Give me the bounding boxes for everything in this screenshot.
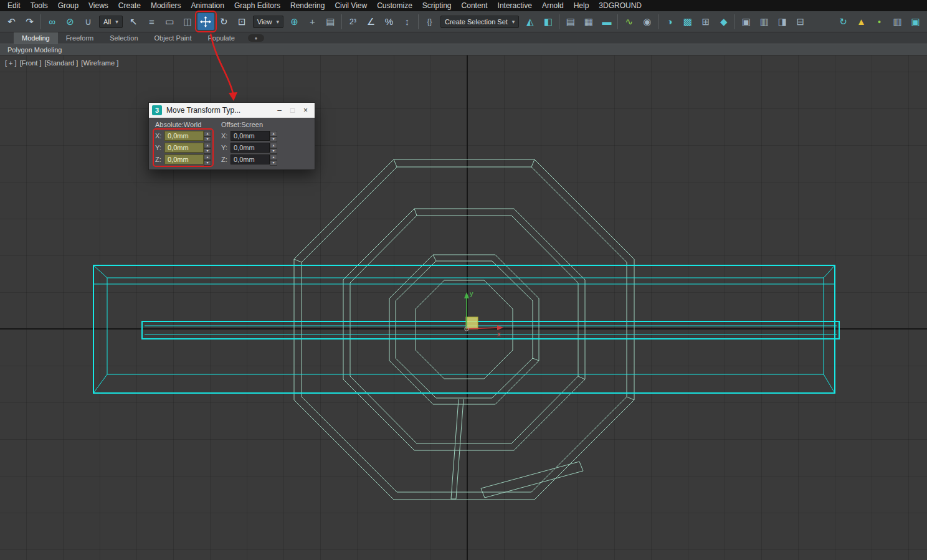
viewport-menu-shading[interactable]: [Wireframe ]	[81, 59, 118, 67]
tab-freeform[interactable]: Freeform	[58, 32, 102, 44]
menu-3dground[interactable]: 3DGROUND	[594, 0, 647, 11]
snapshot-tools-icon[interactable]: ◨	[774, 13, 791, 30]
rendered-frame-window-icon[interactable]: ⊞	[697, 13, 714, 30]
menu-animation[interactable]: Animation	[186, 0, 229, 11]
minimize-button[interactable]: –	[273, 106, 286, 115]
menu-help[interactable]: Help	[569, 0, 594, 11]
menu-modifiers[interactable]: Modifiers	[146, 0, 186, 11]
select-and-rotate-icon[interactable]: ↻	[216, 13, 232, 30]
menu-edit[interactable]: Edit	[2, 0, 26, 11]
selection-filter-dropdown[interactable]: All ▾	[99, 16, 123, 28]
offset-y-spinner[interactable]: ▴ ▾	[270, 143, 277, 153]
select-and-scale-icon[interactable]: ⊡	[234, 13, 250, 30]
menu-scripting[interactable]: Scripting	[417, 0, 457, 11]
tab-object-paint[interactable]: Object Paint	[146, 32, 200, 44]
menu-civil-view[interactable]: Civil View	[330, 0, 372, 11]
snaps-toggle-icon[interactable]: 2³	[345, 13, 361, 30]
absolute-x-field[interactable]: 0,0mm	[164, 131, 204, 141]
curve-editor-icon[interactable]: ∿	[620, 13, 637, 30]
spinner-down-icon[interactable]: ▾	[270, 160, 277, 166]
named-selection-set-dropdown[interactable]: Create Selection Set ▾	[440, 16, 519, 28]
absolute-x-spinner[interactable]: ▴ ▾	[204, 131, 211, 141]
spinner-down-icon[interactable]: ▾	[270, 136, 277, 142]
align-icon[interactable]: ◧	[540, 13, 556, 30]
offset-x-field[interactable]: 0,0mm	[231, 131, 270, 141]
select-and-move-button[interactable]	[197, 13, 214, 30]
offset-y-field[interactable]: 0,0mm	[231, 143, 270, 153]
measure-tools-icon[interactable]: ⊟	[792, 13, 809, 30]
spinner-up-icon[interactable]: ▴	[270, 154, 277, 160]
grid-tools-icon[interactable]: ▣	[738, 13, 754, 30]
absolute-y-field[interactable]: 0,0mm	[164, 143, 204, 153]
ribbon-display-toggle[interactable]: ●	[248, 34, 264, 42]
spinner-down-icon[interactable]: ▾	[204, 160, 211, 166]
select-and-link-icon[interactable]: ∞	[44, 13, 60, 30]
polygon-modeling-label[interactable]: Polygon Modeling	[7, 46, 62, 54]
selection-region-icon[interactable]: ▭	[161, 13, 178, 30]
percent-snap-icon[interactable]: %	[381, 13, 397, 30]
select-by-name-icon[interactable]: ≡	[143, 13, 160, 30]
menu-graph-editors[interactable]: Graph Editors	[229, 0, 285, 11]
viewport-menu-view[interactable]: [Front ]	[20, 59, 42, 67]
layer-explorer-icon[interactable]: ▦	[580, 13, 597, 30]
dialog-titlebar[interactable]: 3 Move Transform Typ... – □ ×	[149, 103, 315, 118]
render-production-icon[interactable]: ◆	[715, 13, 732, 30]
viewport-menu-plus[interactable]: [ + ]	[5, 59, 17, 67]
menu-group[interactable]: Group	[53, 0, 83, 11]
array-tools-icon[interactable]: ▥	[756, 13, 772, 30]
redo-icon[interactable]: ↷	[21, 13, 38, 30]
unlink-selection-icon[interactable]: ⊘	[62, 13, 78, 30]
absolute-z-field[interactable]: 0,0mm	[164, 154, 204, 164]
undo-icon[interactable]: ↶	[3, 13, 20, 30]
spinner-up-icon[interactable]: ▴	[204, 131, 211, 136]
mirror-icon[interactable]: ◭	[521, 13, 538, 30]
scene-explorer-icon[interactable]: ▤	[562, 13, 579, 30]
viewport-menu-style[interactable]: [Standard ]	[45, 59, 78, 67]
warning-icon[interactable]: ▲	[853, 13, 870, 30]
select-object-icon[interactable]: ↖	[125, 13, 142, 30]
ribbon-toggle-icon[interactable]: ▬	[598, 13, 615, 30]
offset-z-field[interactable]: 0,0mm	[231, 154, 270, 164]
absolute-y-spinner[interactable]: ▴ ▾	[204, 143, 211, 153]
angle-snap-icon[interactable]: ∠	[363, 13, 379, 30]
tab-modeling[interactable]: Modeling	[14, 32, 58, 44]
viewport-front[interactable]: [ + ] [Front ] [Standard ] [Wireframe ]	[0, 55, 927, 560]
material-editor-icon[interactable]: ◑	[661, 13, 678, 30]
use-pivot-center-icon[interactable]: ⊕	[286, 13, 303, 30]
menu-customize[interactable]: Customize	[372, 0, 417, 11]
tab-selection[interactable]: Selection	[102, 32, 146, 44]
offset-z-spinner[interactable]: ▴ ▾	[270, 154, 277, 164]
render-setup-icon[interactable]: ▩	[679, 13, 696, 30]
spinner-up-icon[interactable]: ▴	[204, 154, 211, 160]
reference-coordinate-dropdown[interactable]: View ▾	[253, 16, 283, 28]
close-icon[interactable]: ×	[299, 106, 312, 115]
spinner-up-icon[interactable]: ▴	[270, 143, 277, 148]
menu-arnold[interactable]: Arnold	[537, 0, 569, 11]
menu-tools[interactable]: Tools	[26, 0, 53, 11]
tab-populate[interactable]: Populate	[199, 32, 242, 44]
bind-to-spacewarp-icon[interactable]: ∪	[80, 13, 97, 30]
spinner-up-icon[interactable]: ▴	[204, 143, 211, 148]
keyboard-shortcut-override-icon[interactable]: ▤	[322, 13, 339, 30]
menu-interactive[interactable]: Interactive	[493, 0, 537, 11]
schematic-view-icon[interactable]: ◉	[639, 13, 655, 30]
edit-named-selection-sets-icon[interactable]: {}	[421, 13, 438, 30]
default-lights-icon[interactable]: ●	[871, 13, 888, 30]
scene-states-icon[interactable]: ▥	[889, 13, 906, 30]
isolate-selection-icon[interactable]: ▣	[907, 13, 924, 30]
menu-create[interactable]: Create	[113, 0, 146, 11]
menu-views[interactable]: Views	[83, 0, 113, 11]
spinner-snap-icon[interactable]: ↕	[399, 13, 416, 30]
offset-x-spinner[interactable]: ▴ ▾	[270, 131, 277, 141]
spinner-down-icon[interactable]: ▾	[204, 136, 211, 142]
menu-content[interactable]: Content	[457, 0, 493, 11]
select-and-manipulate-icon[interactable]: +	[304, 13, 321, 30]
window-crossing-icon[interactable]: ◫	[179, 13, 196, 30]
absolute-z-spinner[interactable]: ▴ ▾	[204, 154, 211, 164]
update-refresh-icon[interactable]: ↻	[835, 13, 852, 30]
spinner-down-icon[interactable]: ▾	[270, 148, 277, 154]
axis-gizmo[interactable]: y x	[464, 290, 503, 338]
spinner-down-icon[interactable]: ▾	[204, 148, 211, 154]
spinner-up-icon[interactable]: ▴	[270, 131, 277, 136]
menu-rendering[interactable]: Rendering	[285, 0, 330, 11]
